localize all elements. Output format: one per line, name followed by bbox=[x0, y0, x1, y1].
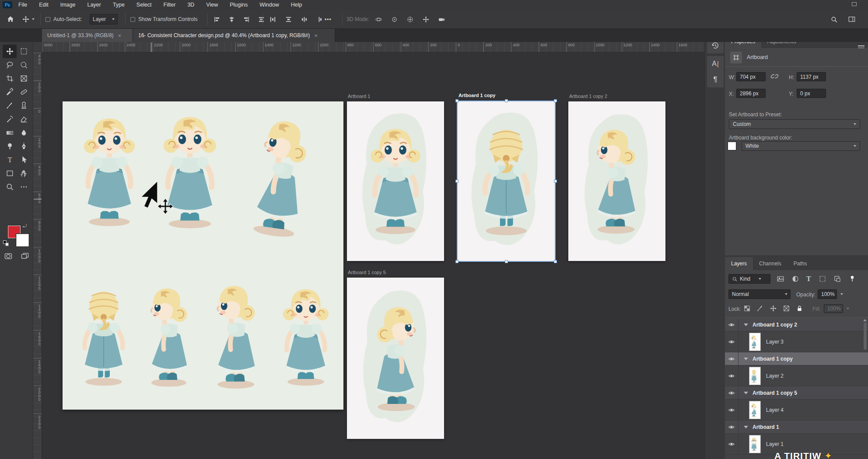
tool-eyedropper[interactable] bbox=[3, 85, 17, 99]
menu-item[interactable]: Image bbox=[60, 2, 76, 8]
tool-zoom[interactable] bbox=[3, 180, 17, 194]
document-tab-untitled[interactable]: Untitled-1 @ 33.3% (RGB/8) × bbox=[42, 29, 133, 42]
tool-dodge[interactable] bbox=[3, 139, 17, 153]
layer-row[interactable]: Layer 4 bbox=[725, 400, 868, 421]
layer-row[interactable]: Layer 3 bbox=[725, 331, 868, 352]
chevron-down-icon[interactable] bbox=[840, 293, 843, 295]
filter-pixel-layers-icon[interactable] bbox=[777, 275, 784, 283]
visibility-toggle[interactable] bbox=[725, 386, 738, 399]
distribute-horizontal-button[interactable] bbox=[267, 14, 278, 25]
menu-item[interactable]: Window bbox=[259, 2, 279, 8]
tool-brush[interactable] bbox=[3, 99, 17, 112]
visibility-toggle[interactable] bbox=[725, 434, 738, 454]
tab-paths[interactable]: Paths bbox=[788, 257, 813, 270]
show-transform-toggle[interactable]: Show Transform Controls bbox=[130, 10, 197, 29]
tool-rectangle[interactable] bbox=[3, 167, 17, 180]
blend-mode-dropdown[interactable]: Normal bbox=[728, 289, 791, 299]
chevron-down-icon[interactable] bbox=[744, 358, 748, 360]
distribute-center-button[interactable] bbox=[298, 14, 310, 25]
tab-layers[interactable]: Layers bbox=[725, 257, 753, 270]
chevron-down-icon[interactable] bbox=[744, 323, 748, 326]
canvas[interactable]: Artboard 1 Artboard 1 copy Artboard 1 co… bbox=[42, 52, 704, 459]
paragraph-panel-button[interactable]: ¶ bbox=[707, 72, 724, 87]
tool-lasso[interactable] bbox=[3, 58, 17, 72]
tool-blur[interactable] bbox=[17, 126, 31, 139]
tool-crop[interactable] bbox=[3, 72, 17, 85]
character-panel-button[interactable]: A| bbox=[707, 56, 724, 72]
background-color-swatch[interactable] bbox=[16, 234, 29, 247]
3d-roll-button[interactable] bbox=[388, 14, 400, 25]
3d-slide-button[interactable] bbox=[420, 14, 431, 25]
artboard-label[interactable]: Artboard 1 copy 2 bbox=[569, 94, 607, 99]
x-field[interactable]: 2896 px bbox=[736, 89, 766, 98]
3d-camera-button[interactable] bbox=[436, 14, 447, 25]
preset-dropdown[interactable]: Custom bbox=[729, 119, 860, 129]
visibility-toggle[interactable] bbox=[725, 318, 738, 331]
filter-smart-objects-icon[interactable] bbox=[833, 275, 841, 283]
tool-gradient[interactable] bbox=[3, 126, 17, 139]
close-icon[interactable]: × bbox=[314, 32, 318, 39]
layer-row[interactable]: Artboard 1 copy bbox=[725, 352, 868, 365]
tool-type[interactable] bbox=[3, 153, 17, 167]
link-dimensions-icon[interactable] bbox=[770, 72, 779, 80]
artboard-1-copy[interactable] bbox=[458, 101, 555, 261]
y-field[interactable]: 0 px bbox=[797, 89, 826, 98]
transform-handle[interactable] bbox=[554, 260, 557, 263]
home-button[interactable] bbox=[6, 10, 15, 29]
lock-transparent-pixels-icon[interactable] bbox=[743, 305, 751, 312]
quick-mask-button[interactable] bbox=[4, 252, 13, 261]
filter-shape-layers-icon[interactable] bbox=[819, 275, 826, 283]
visibility-toggle[interactable] bbox=[725, 421, 738, 433]
distribute-spacing-button[interactable] bbox=[313, 14, 325, 25]
auto-select-checkbox[interactable] bbox=[46, 17, 50, 22]
menu-item[interactable]: File bbox=[18, 2, 27, 8]
tool-eraser[interactable] bbox=[17, 112, 31, 126]
3d-pan-button[interactable] bbox=[404, 14, 416, 25]
tool-marquee[interactable] bbox=[17, 45, 31, 58]
visibility-toggle[interactable] bbox=[725, 400, 738, 420]
filter-type-layers-icon[interactable]: T bbox=[806, 275, 811, 283]
tool-hand[interactable] bbox=[17, 167, 31, 180]
menu-item[interactable]: Help bbox=[291, 2, 302, 8]
distribute-vertical-button[interactable] bbox=[283, 14, 294, 25]
layer-row[interactable]: Artboard 1 copy 2 bbox=[725, 318, 868, 331]
menu-item[interactable]: Edit bbox=[39, 2, 49, 8]
tool-more-options[interactable] bbox=[17, 180, 31, 194]
transform-handle[interactable] bbox=[505, 99, 508, 102]
character-sheet-image[interactable] bbox=[63, 101, 343, 410]
artboard-1-copy-2[interactable] bbox=[568, 101, 665, 261]
layer-row[interactable]: Artboard 1 bbox=[725, 421, 868, 434]
layers-scrollbar[interactable] bbox=[863, 319, 867, 446]
width-field[interactable]: 704 px bbox=[736, 72, 766, 81]
artboard-label[interactable]: Artboard 1 copy 5 bbox=[348, 270, 386, 275]
lock-image-pixels-icon[interactable] bbox=[756, 305, 764, 312]
menu-item[interactable]: Filter bbox=[164, 2, 176, 8]
artboard-label[interactable]: Artboard 1 bbox=[348, 94, 370, 99]
default-colors-icon[interactable] bbox=[3, 240, 9, 246]
tool-pen[interactable] bbox=[17, 139, 31, 153]
transform-handle[interactable] bbox=[455, 99, 458, 102]
layer-filter-kind[interactable]: Kind bbox=[728, 274, 770, 284]
search-button[interactable] bbox=[830, 10, 838, 29]
opacity-field[interactable]: 100% bbox=[818, 289, 837, 299]
lock-artboard-nesting-icon[interactable] bbox=[783, 305, 790, 312]
tool-frame[interactable] bbox=[17, 72, 31, 85]
lock-position-icon[interactable] bbox=[770, 305, 777, 312]
align-left-button[interactable] bbox=[211, 14, 222, 25]
menu-item[interactable]: Layer bbox=[87, 2, 101, 8]
height-field[interactable]: 1137 px bbox=[797, 72, 826, 81]
document-tab-character-design[interactable]: 16- Consistent Character design.psd @ 40… bbox=[133, 29, 335, 42]
scroll-up-icon[interactable] bbox=[863, 319, 867, 321]
menu-item[interactable]: Plugins bbox=[230, 2, 248, 8]
tool-history-brush[interactable] bbox=[3, 112, 17, 126]
scrollbar-thumb[interactable] bbox=[864, 323, 867, 350]
tool-object-selection[interactable] bbox=[17, 58, 31, 72]
tool-move[interactable] bbox=[3, 45, 17, 58]
auto-select-toggle[interactable]: Auto-Select: bbox=[46, 10, 82, 29]
swap-colors-icon[interactable]: ⤾ bbox=[23, 223, 27, 229]
menu-item[interactable]: View bbox=[206, 2, 218, 8]
artboard-label-selected[interactable]: Artboard 1 copy bbox=[458, 93, 495, 98]
ruler-origin-box[interactable] bbox=[33, 42, 42, 52]
visibility-toggle[interactable] bbox=[725, 331, 738, 352]
tool-path-selection[interactable] bbox=[17, 153, 31, 167]
